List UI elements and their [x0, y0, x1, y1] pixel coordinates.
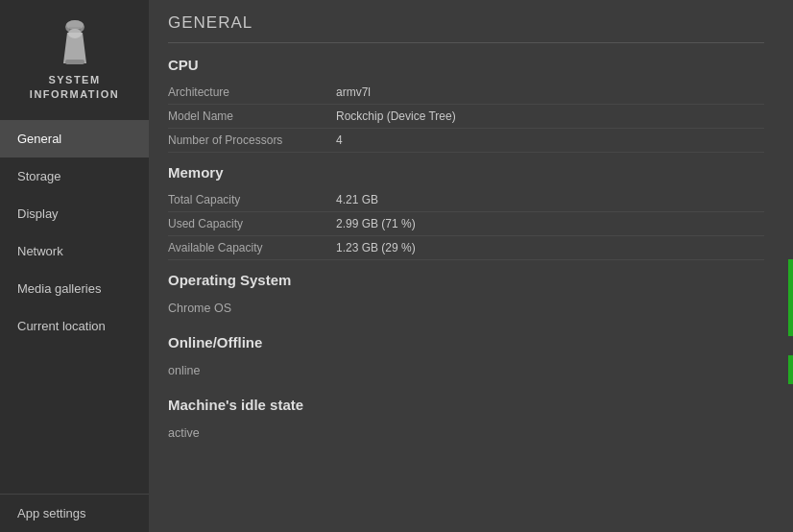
table-row: Used Capacity 2.99 GB (71 %) — [168, 212, 764, 236]
architecture-value: armv7l — [336, 85, 371, 99]
sidebar-item-current-location[interactable]: Current location — [0, 307, 149, 345]
sidebar-navigation: General Storage Display Network Media ga… — [0, 116, 149, 494]
sidebar-item-network[interactable]: Network — [0, 232, 149, 270]
os-section-title: Operating System — [168, 272, 764, 288]
used-capacity-value: 2.99 GB (71 %) — [336, 217, 416, 230]
svg-point-3 — [68, 29, 82, 38]
sidebar-item-general[interactable]: General — [0, 120, 149, 157]
scroll-accent-bar — [788, 259, 793, 336]
main-content: GENERAL CPU Architecture armv7l Model Na… — [149, 0, 793, 532]
table-row: Number of Processors 4 — [168, 129, 764, 153]
svg-rect-4 — [65, 60, 84, 64]
table-row: Architecture armv7l — [168, 81, 764, 105]
idle-state-value: active — [168, 421, 764, 447]
flashlight-icon — [50, 17, 100, 67]
table-row: Total Capacity 4.21 GB — [168, 188, 764, 212]
available-capacity-label: Available Capacity — [168, 241, 336, 254]
online-offline-section-title: Online/Offline — [168, 334, 764, 351]
cpu-section-title: CPU — [168, 57, 764, 73]
app-logo: SYSTEMINFORMATION — [0, 0, 149, 116]
available-capacity-value: 1.23 GB (29 %) — [336, 241, 416, 254]
svg-point-5 — [66, 20, 84, 30]
os-value: Chrome OS — [168, 296, 764, 323]
sidebar: SYSTEMINFORMATION General Storage Displa… — [0, 0, 149, 532]
architecture-label: Architecture — [168, 85, 336, 99]
idle-state-section-title: Machine's idle state — [168, 397, 764, 413]
table-row: Model Name Rockchip (Device Tree) — [168, 105, 764, 129]
table-row: Available Capacity 1.23 GB (29 %) — [168, 236, 764, 260]
memory-section-title: Memory — [168, 164, 764, 181]
total-capacity-value: 4.21 GB — [336, 193, 378, 206]
num-processors-value: 4 — [336, 133, 343, 147]
sidebar-item-storage[interactable]: Storage — [0, 157, 149, 195]
app-title: SYSTEMINFORMATION — [30, 73, 119, 103]
page-title: GENERAL — [168, 0, 764, 43]
sidebar-item-app-settings[interactable]: App settings — [0, 494, 149, 532]
total-capacity-label: Total Capacity — [168, 193, 336, 206]
model-name-value: Rockchip (Device Tree) — [336, 109, 456, 123]
sidebar-item-media-galleries[interactable]: Media galleries — [0, 270, 149, 307]
num-processors-label: Number of Processors — [168, 133, 336, 147]
sidebar-item-display[interactable]: Display — [0, 195, 149, 232]
online-offline-value: online — [168, 358, 764, 385]
model-name-label: Model Name — [168, 109, 336, 123]
used-capacity-label: Used Capacity — [168, 217, 336, 230]
scroll-accent-bar-2 — [788, 355, 793, 384]
